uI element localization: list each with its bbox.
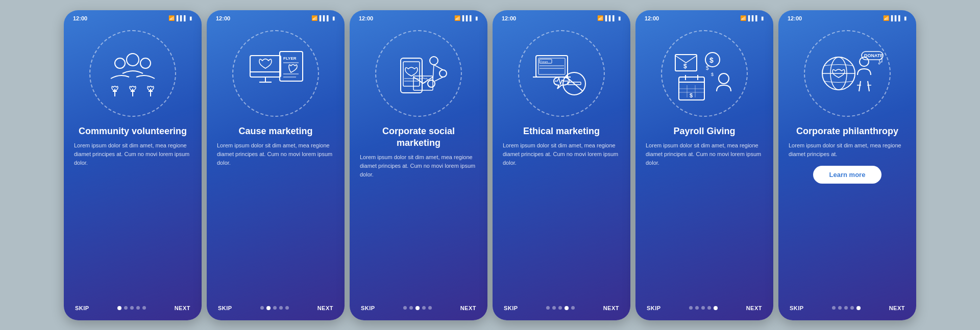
dots-1 bbox=[117, 306, 146, 310]
icon-area-2: FLYER bbox=[230, 28, 322, 119]
dots-2 bbox=[260, 306, 289, 310]
dot-2-1 bbox=[266, 306, 271, 310]
next-button-4[interactable]: NEXT bbox=[603, 305, 619, 311]
dot-3-3 bbox=[422, 306, 426, 310]
dot-3-1 bbox=[409, 306, 413, 310]
wifi-icon-3: 📶 bbox=[454, 15, 460, 21]
screens-container: 12:00 📶 ▌▌▌ ▮ bbox=[54, 1, 926, 329]
dots-5 bbox=[689, 306, 718, 310]
svg-point-1 bbox=[115, 58, 125, 68]
status-icons-2: 📶 ▌▌▌ ▮ bbox=[311, 15, 335, 21]
skip-button-5[interactable]: SKIP bbox=[647, 305, 661, 311]
dot-4-3 bbox=[565, 306, 569, 310]
svg-point-58 bbox=[860, 57, 869, 66]
ethical-marketing-icon: Forum bbox=[526, 40, 597, 107]
signal-icon-6: ▌▌▌ bbox=[891, 15, 902, 21]
svg-point-2 bbox=[140, 58, 151, 68]
dot-1-4 bbox=[142, 306, 146, 310]
wifi-icon-6: 📶 bbox=[883, 15, 889, 21]
dot-3-2 bbox=[415, 306, 420, 310]
dot-5-1 bbox=[695, 306, 699, 310]
screen-title-1: Community volunteering bbox=[79, 125, 187, 137]
phone-screen-2: 12:00 📶 ▌▌▌ ▮ FLYER bbox=[207, 10, 345, 320]
next-button-1[interactable]: NEXT bbox=[175, 305, 190, 311]
svg-text:$: $ bbox=[706, 65, 709, 71]
svg-line-26 bbox=[435, 77, 443, 81]
svg-point-0 bbox=[127, 54, 139, 66]
status-time-3: 12:00 bbox=[359, 15, 373, 21]
svg-point-43 bbox=[719, 73, 729, 84]
svg-rect-19 bbox=[403, 62, 420, 86]
community-volunteering-icon bbox=[100, 40, 166, 107]
cause-marketing-icon: FLYER bbox=[240, 40, 311, 107]
phone-screen-4: 12:00 📶 ▌▌▌ ▮ Forum bbox=[493, 10, 630, 320]
dot-6-1 bbox=[838, 306, 842, 310]
dot-3-4 bbox=[428, 306, 432, 310]
learn-more-button[interactable]: Learn more bbox=[813, 166, 882, 184]
status-icons-6: 📶 ▌▌▌ ▮ bbox=[883, 15, 907, 21]
status-bar-6: 12:00 📶 ▌▌▌ ▮ bbox=[778, 10, 916, 23]
dot-2-3 bbox=[279, 306, 283, 310]
wifi-icon-5: 📶 bbox=[740, 15, 746, 21]
dot-1-2 bbox=[130, 306, 134, 310]
dot-6-3 bbox=[850, 306, 854, 310]
phone-screen-1: 12:00 📶 ▌▌▌ ▮ bbox=[64, 10, 202, 320]
signal-icon-4: ▌▌▌ bbox=[605, 15, 616, 21]
signal-icon-5: ▌▌▌ bbox=[748, 15, 759, 21]
corporate-philanthropy-icon: DONATE bbox=[811, 40, 885, 107]
svg-text:$: $ bbox=[711, 72, 714, 77]
status-bar-5: 12:00 📶 ▌▌▌ ▮ bbox=[635, 10, 773, 23]
status-time-6: 12:00 bbox=[788, 15, 802, 21]
svg-point-23 bbox=[439, 70, 447, 77]
next-button-5[interactable]: NEXT bbox=[746, 305, 762, 311]
payroll-giving-icon: $ $ $ $ $ bbox=[668, 40, 742, 107]
dot-4-2 bbox=[558, 306, 562, 310]
svg-text:$: $ bbox=[690, 92, 693, 98]
screen-body-6: Lorem ipsum dolor sit dim amet, mea regi… bbox=[789, 141, 906, 159]
dot-5-0 bbox=[689, 306, 693, 310]
svg-point-22 bbox=[430, 57, 438, 65]
dots-3 bbox=[403, 306, 432, 310]
svg-line-25 bbox=[434, 65, 443, 70]
battery-icon-6: ▮ bbox=[904, 15, 907, 21]
status-icons-4: 📶 ▌▌▌ ▮ bbox=[597, 15, 621, 21]
svg-point-24 bbox=[428, 80, 435, 87]
status-bar-4: 12:00 📶 ▌▌▌ ▮ bbox=[493, 10, 630, 23]
dot-5-4 bbox=[714, 306, 718, 310]
status-icons-5: 📶 ▌▌▌ ▮ bbox=[740, 15, 764, 21]
screen-body-1: Lorem ipsum dolor sit dim amet, mea regi… bbox=[74, 141, 191, 167]
dot-4-4 bbox=[571, 306, 575, 310]
status-bar-3: 12:00 📶 ▌▌▌ ▮ bbox=[350, 10, 487, 23]
skip-button-6[interactable]: SKIP bbox=[790, 305, 804, 311]
dot-5-2 bbox=[701, 306, 705, 310]
next-button-6[interactable]: NEXT bbox=[889, 305, 905, 311]
svg-text:DONATE: DONATE bbox=[864, 53, 883, 58]
signal-icon-2: ▌▌▌ bbox=[320, 15, 330, 21]
battery-icon-5: ▮ bbox=[761, 15, 764, 21]
corporate-social-marketing-icon bbox=[383, 40, 454, 107]
skip-button-2[interactable]: SKIP bbox=[218, 305, 232, 311]
phone-screen-5: 12:00 📶 ▌▌▌ ▮ $ $ bbox=[635, 10, 773, 320]
dot-2-4 bbox=[285, 306, 289, 310]
dots-6 bbox=[832, 306, 861, 310]
bottom-nav-2: SKIP NEXT bbox=[207, 305, 345, 320]
dot-1-0 bbox=[117, 306, 121, 310]
dot-4-0 bbox=[546, 306, 550, 310]
signal-icon: ▌▌▌ bbox=[177, 15, 187, 21]
skip-button-3[interactable]: SKIP bbox=[361, 305, 375, 311]
icon-area-6: DONATE bbox=[801, 28, 893, 119]
bottom-nav-3: SKIP NEXT bbox=[350, 305, 487, 320]
screen-body-2: Lorem ipsum dolor sit dim amet, mea regi… bbox=[217, 141, 334, 167]
skip-button-1[interactable]: SKIP bbox=[75, 305, 89, 311]
status-time-4: 12:00 bbox=[502, 15, 516, 21]
svg-line-59 bbox=[859, 81, 861, 91]
screen-title-5: Payroll Giving bbox=[673, 125, 735, 137]
dot-6-0 bbox=[832, 306, 836, 310]
dot-6-4 bbox=[856, 306, 861, 310]
signal-icon-3: ▌▌▌ bbox=[462, 15, 473, 21]
next-button-2[interactable]: NEXT bbox=[317, 305, 333, 311]
bottom-nav-6: SKIP NEXT bbox=[778, 305, 916, 320]
bottom-nav-5: SKIP NEXT bbox=[635, 305, 773, 320]
skip-button-4[interactable]: SKIP bbox=[504, 305, 518, 311]
next-button-3[interactable]: NEXT bbox=[460, 305, 476, 311]
